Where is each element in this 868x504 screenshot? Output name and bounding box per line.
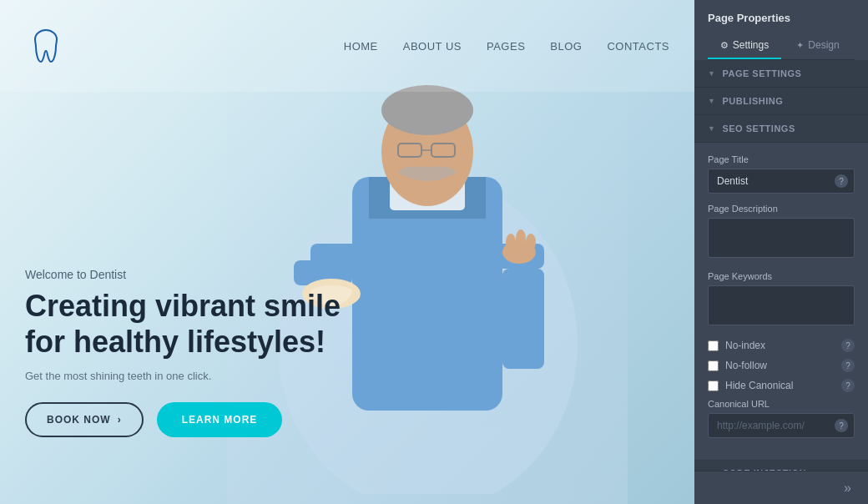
- hero-welcome-text: Welcome to Dentist: [25, 268, 341, 281]
- hero-buttons: BOOK NOW › LEARN MORE: [25, 402, 341, 437]
- hide-canonical-checkbox[interactable]: [708, 381, 719, 391]
- no-index-label: No-index: [725, 340, 835, 351]
- svg-point-15: [506, 234, 516, 250]
- preview-panel: HOME ABOUT US PAGES BLOG CONTACTS: [0, 0, 694, 504]
- svg-rect-13: [502, 269, 544, 369]
- nav-links: HOME ABOUT US PAGES BLOG CONTACTS: [344, 38, 669, 53]
- canonical-url-input[interactable]: [708, 413, 855, 438]
- hide-canonical-label: Hide Canonical: [725, 380, 835, 391]
- hide-canonical-group: Hide Canonical ?: [708, 379, 855, 392]
- no-index-checkbox[interactable]: [708, 340, 719, 351]
- code-injection-section: ▼ CODE INJECTION: [694, 460, 868, 471]
- page-keywords-label: Page Keywords: [708, 271, 855, 281]
- collapse-panel-button[interactable]: »: [837, 477, 858, 499]
- no-index-help-icon[interactable]: ?: [841, 339, 855, 352]
- hide-canonical-help-icon[interactable]: ?: [841, 379, 855, 392]
- chevron-down-icon: ▼: [708, 124, 715, 133]
- no-follow-group: No-follow ?: [708, 359, 855, 372]
- canonical-url-label: Canonical URL: [708, 399, 855, 409]
- page-title-label: Page Title: [708, 154, 855, 164]
- tooth-logo-icon: [25, 25, 67, 67]
- chevron-right-icon: ›: [118, 414, 122, 426]
- nav-pages[interactable]: PAGES: [487, 38, 525, 53]
- nav-blog[interactable]: BLOG: [550, 38, 582, 53]
- panel-footer: »: [694, 471, 868, 504]
- panel-title: Page Properties: [708, 12, 855, 24]
- no-follow-checkbox[interactable]: [708, 360, 719, 371]
- learn-more-button[interactable]: LEARN MORE: [157, 402, 283, 437]
- hero-subtitle: Get the most shining teeth in one click.: [25, 370, 341, 382]
- settings-icon: ⚙: [720, 40, 729, 51]
- no-index-group: No-index ?: [708, 339, 855, 352]
- tab-design[interactable]: ✦ Design: [781, 33, 855, 59]
- canonical-url-group: Canonical URL ?: [708, 399, 855, 438]
- seo-settings-accordion[interactable]: ▼ SEO SETTINGS: [694, 115, 868, 142]
- preview-header: HOME ABOUT US PAGES BLOG CONTACTS: [0, 0, 694, 92]
- page-title-input[interactable]: [708, 169, 855, 194]
- canonical-url-input-wrap: ?: [708, 413, 855, 438]
- page-description-group: Page Description: [708, 204, 855, 261]
- publishing-accordion[interactable]: ▼ PUBLISHING: [694, 88, 868, 114]
- page-description-input[interactable]: [708, 218, 855, 258]
- chevron-down-icon: ▼: [708, 97, 715, 105]
- page-title-group: Page Title ?: [708, 154, 855, 194]
- svg-point-17: [526, 234, 536, 250]
- no-follow-help-icon[interactable]: ?: [841, 359, 855, 372]
- panel-body: ▼ PAGE SETTINGS ▼ PUBLISHING ▼ SEO SETTI…: [694, 60, 868, 471]
- svg-point-5: [381, 85, 473, 135]
- page-settings-accordion[interactable]: ▼ PAGE SETTINGS: [694, 60, 868, 87]
- book-now-button[interactable]: BOOK NOW ›: [25, 402, 144, 437]
- svg-point-16: [516, 229, 526, 248]
- form-section: Page Title ? Page Description Page Keywo…: [694, 143, 868, 460]
- panel-tabs: ⚙ Settings ✦ Design: [708, 33, 855, 60]
- nav-about[interactable]: ABOUT US: [403, 38, 462, 53]
- code-injection-accordion[interactable]: ▼ CODE INJECTION: [694, 460, 868, 471]
- page-title-help-icon[interactable]: ?: [835, 174, 848, 188]
- right-panel: Page Properties ⚙ Settings ✦ Design ▼ PA…: [694, 0, 868, 504]
- hero-title: Creating vibrant smile for healthy lifes…: [25, 288, 341, 360]
- chevron-down-icon: ▼: [708, 69, 715, 78]
- page-keywords-group: Page Keywords: [708, 271, 855, 329]
- nav-contacts[interactable]: CONTACTS: [607, 38, 669, 53]
- publishing-section: ▼ PUBLISHING: [694, 88, 868, 115]
- page-title-input-wrap: ?: [708, 169, 855, 194]
- canonical-url-help-icon[interactable]: ?: [835, 419, 848, 432]
- seo-settings-section: ▼ SEO SETTINGS: [694, 115, 868, 143]
- panel-header: Page Properties ⚙ Settings ✦ Design: [694, 0, 868, 60]
- page-description-label: Page Description: [708, 204, 855, 214]
- design-icon: ✦: [796, 40, 804, 51]
- no-follow-label: No-follow: [725, 360, 835, 371]
- page-keywords-input[interactable]: [708, 285, 855, 325]
- nav-home[interactable]: HOME: [344, 38, 378, 53]
- tab-settings[interactable]: ⚙ Settings: [708, 33, 781, 59]
- hero-content: Welcome to Dentist Creating vibrant smil…: [25, 268, 341, 437]
- page-settings-section: ▼ PAGE SETTINGS: [694, 60, 868, 88]
